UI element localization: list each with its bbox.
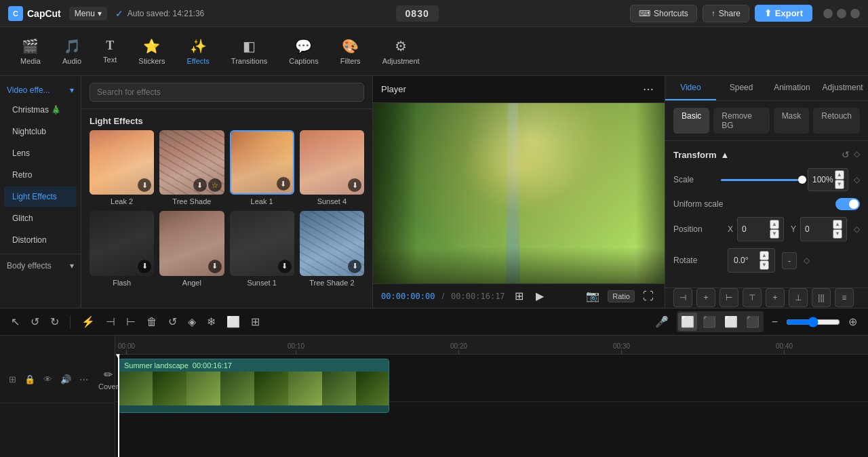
share-button[interactable]: ↑ Share	[703, 5, 749, 22]
effect-leak1[interactable]: ⬇ Leak 1	[230, 130, 294, 205]
subtab-removebg[interactable]: Remove BG	[713, 108, 769, 134]
align-right-button[interactable]: ⊢	[719, 288, 738, 307]
pos-y-value[interactable]: 0 ▲ ▼	[800, 217, 847, 241]
pos-x-value[interactable]: 0 ▲ ▼	[737, 217, 784, 241]
subtab-basic[interactable]: Basic	[673, 108, 709, 134]
snapshot-button[interactable]: 📷	[583, 288, 602, 304]
position-keyframe-icon[interactable]: ◇	[854, 224, 860, 234]
tl-view-4[interactable]: ⬛	[743, 313, 762, 331]
effect-sunset4[interactable]: ⬇ Sunset 4	[300, 130, 364, 205]
pos-x-down[interactable]: ▼	[770, 229, 779, 239]
shortcuts-button[interactable]: ⌨ Shortcuts	[630, 5, 697, 22]
sidebar-item-retro[interactable]: Retro	[4, 165, 77, 185]
storyboard-button[interactable]: ⊞	[512, 288, 526, 304]
effect-tree-shade2[interactable]: ⬇ Tree Shade 2	[300, 211, 364, 286]
rotate-up[interactable]: ▲	[760, 251, 769, 260]
tl-transform[interactable]: ⬜	[224, 313, 243, 331]
tl-cursor-tool[interactable]: ↖	[8, 313, 22, 331]
sidebar-item-christmas[interactable]: Christmas 🎄	[4, 100, 77, 120]
tl-loop[interactable]: ↺	[165, 313, 180, 331]
effect-leak2[interactable]: ⬇ Leak 2	[90, 130, 154, 205]
rotate-dash-button[interactable]: -	[782, 252, 797, 269]
tl-delete[interactable]: 🗑	[144, 313, 160, 331]
tl-view-2[interactable]: ⬛	[700, 313, 719, 331]
sidebar-item-distortion[interactable]: Distortion	[4, 230, 77, 250]
tl-zoom-slider[interactable]	[786, 317, 840, 327]
distribute-v-button[interactable]: ≡	[835, 288, 854, 307]
pos-x-up[interactable]: ▲	[770, 220, 779, 229]
tl-visible[interactable]: 👁	[41, 372, 54, 386]
toolbar-adjustment[interactable]: ⚙ Adjustment	[373, 33, 429, 71]
transform-keyframe-icon[interactable]: ◇	[854, 149, 860, 160]
rotate-value[interactable]: 0.0° ▲ ▼	[728, 248, 775, 273]
align-bottom-button[interactable]: ⊥	[789, 288, 808, 307]
toolbar-filters[interactable]: 🎨 Filters	[331, 33, 370, 71]
sidebar-item-glitch[interactable]: Glitch	[4, 208, 77, 228]
tl-fit[interactable]: ⊕	[846, 313, 860, 331]
subtab-retouch[interactable]: Retouch	[813, 108, 860, 134]
effect-sunset1[interactable]: ⬇ Sunset 1	[230, 211, 294, 286]
sidebar-item-nightclub[interactable]: Nightclub	[4, 121, 77, 142]
tl-trim-left[interactable]: ⊣	[103, 313, 118, 331]
align-center-v-button[interactable]: +	[766, 288, 785, 307]
tl-view-3[interactable]: ⬜	[722, 313, 741, 331]
toolbar-stickers[interactable]: ⭐ Stickers	[129, 33, 174, 71]
fullscreen-button[interactable]: ⛶	[640, 289, 656, 304]
rotate-keyframe-icon[interactable]: ◇	[804, 256, 810, 265]
tl-freeze[interactable]: ❄	[204, 313, 218, 331]
effect-angel[interactable]: ⬇ Angel	[159, 211, 224, 286]
tab-video[interactable]: Video	[665, 76, 716, 100]
effects-search-input[interactable]	[90, 83, 364, 102]
tl-crop[interactable]: ⊞	[248, 313, 262, 331]
close-button[interactable]	[850, 9, 860, 18]
ratio-button[interactable]: Ratio	[608, 290, 635, 302]
player-menu-button[interactable]: ⋯	[640, 81, 656, 97]
tl-mute[interactable]: 🔊	[58, 372, 73, 386]
tl-lock[interactable]: 🔒	[22, 372, 37, 386]
scale-thumb[interactable]	[798, 176, 806, 184]
tl-playhead[interactable]	[118, 355, 119, 457]
scale-keyframe-icon[interactable]: ◇	[854, 175, 860, 184]
tab-adjustment[interactable]: Adjustment	[817, 76, 868, 100]
rotate-down[interactable]: ▼	[760, 260, 769, 270]
tl-zoom-out[interactable]: −	[769, 313, 781, 331]
toolbar-media[interactable]: 🎬 Media	[11, 33, 50, 71]
uniform-scale-toggle[interactable]	[835, 198, 860, 210]
transform-reset-icon[interactable]: ↺	[842, 149, 850, 160]
scale-down[interactable]: ▼	[835, 180, 844, 189]
scale-slider[interactable]	[721, 179, 802, 181]
tl-view-1[interactable]: ⬜	[678, 313, 697, 331]
effect-tree-shade[interactable]: ☆ ⬇ Tree Shade	[159, 130, 224, 205]
effect-flash[interactable]: ⬇ Flash	[90, 211, 154, 286]
tab-speed[interactable]: Speed	[716, 76, 767, 100]
toolbar-effects[interactable]: ✨ Effects	[177, 33, 218, 71]
minimize-button[interactable]	[823, 9, 833, 18]
maximize-button[interactable]	[837, 9, 846, 18]
pos-y-up[interactable]: ▲	[833, 220, 842, 229]
sidebar-body-effects-group[interactable]: Body effects ▾	[0, 257, 81, 275]
tl-undo[interactable]: ↺	[28, 313, 42, 331]
toolbar-captions[interactable]: 💬 Captions	[279, 33, 328, 71]
toolbar-audio[interactable]: 🎵 Audio	[53, 33, 91, 71]
align-top-button[interactable]: ⊤	[743, 288, 762, 307]
sidebar-item-light-effects[interactable]: Light Effects	[4, 186, 77, 207]
tl-split[interactable]: ⚡	[79, 313, 98, 331]
sidebar-item-lens[interactable]: Lens	[4, 143, 77, 163]
toolbar-transitions[interactable]: ◧ Transitions	[222, 33, 277, 71]
tl-add-media[interactable]: ⊞	[7, 372, 18, 386]
menu-button[interactable]: Menu ▾	[69, 7, 107, 20]
tl-mic[interactable]: 🎤	[652, 313, 671, 331]
export-button[interactable]: ⬆ Export	[755, 5, 812, 22]
align-left-button[interactable]: ⊣	[673, 288, 692, 307]
toolbar-text[interactable]: T Text	[94, 33, 126, 69]
tab-animation[interactable]: Animation	[767, 76, 818, 100]
scale-up[interactable]: ▲	[835, 170, 844, 180]
tl-redo[interactable]: ↻	[47, 313, 62, 331]
align-center-h-button[interactable]: +	[696, 288, 715, 307]
tl-more[interactable]: ⋯	[77, 372, 90, 386]
tl-mask[interactable]: ◈	[185, 313, 199, 331]
distribute-h-button[interactable]: |||	[812, 288, 831, 307]
pos-y-down[interactable]: ▼	[833, 229, 842, 239]
subtab-mask[interactable]: Mask	[774, 108, 810, 134]
tl-trim-right[interactable]: ⊢	[123, 313, 138, 331]
